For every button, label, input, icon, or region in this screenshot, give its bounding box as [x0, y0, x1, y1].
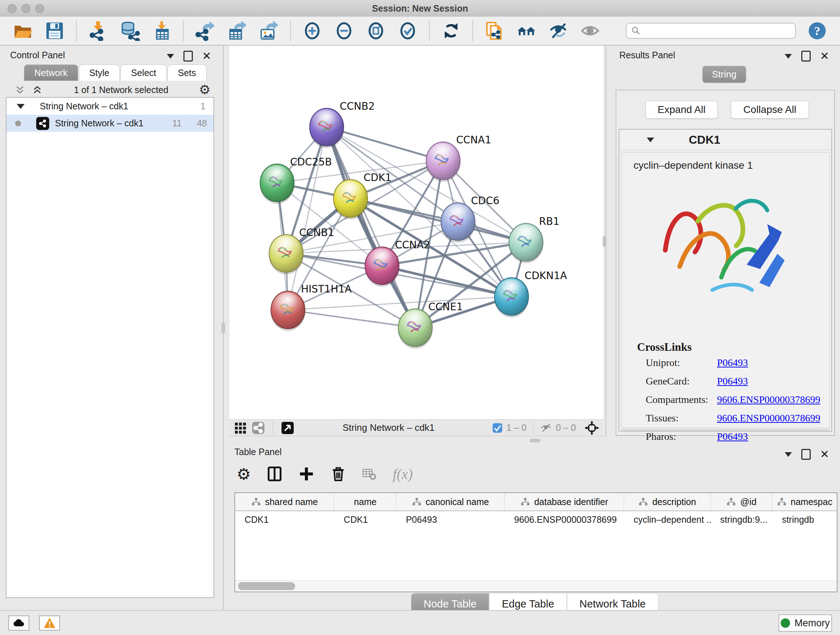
import-network-file-icon[interactable]	[88, 20, 109, 41]
network-collection-row[interactable]: String Network – cdk1 1	[6, 98, 213, 115]
column-header[interactable]: database identifier	[505, 493, 624, 510]
network-node-CCNA1[interactable]	[426, 142, 461, 182]
cell-name[interactable]: CDK1	[334, 511, 396, 528]
network-canvas[interactable]: CCNB2CCNA1CDC25BCDK1CDC6RB1CCNB1CCNA2CDK…	[229, 46, 603, 419]
crosslink-link[interactable]: 9606.ENSP00000378699	[717, 412, 820, 424]
collapse-all-icon[interactable]	[14, 84, 26, 96]
help-icon[interactable]: ?	[807, 20, 828, 41]
table-options-gear-icon[interactable]: ⚙	[237, 465, 251, 483]
tab-style[interactable]: Style	[79, 65, 120, 81]
cloud-icon	[12, 616, 25, 630]
table-horizontal-scrollbar[interactable]	[235, 580, 837, 592]
warnings-button[interactable]	[39, 616, 60, 631]
column-header[interactable]: description	[624, 493, 711, 510]
cdk1-card-body: cyclin–dependent kinase 1	[622, 152, 830, 428]
left-splitter-handle[interactable]	[221, 323, 225, 333]
bottom-splitter-handle[interactable]	[530, 439, 540, 442]
pan-crosshair-icon[interactable]	[584, 421, 599, 435]
function-builder-icon[interactable]: f(x)	[393, 466, 413, 483]
network-node-CDKN1A[interactable]	[494, 278, 529, 318]
network-node-CDC25B[interactable]	[260, 164, 294, 204]
cell-description[interactable]: cyclin–dependent ...	[624, 511, 711, 528]
cell-canonical-name[interactable]: P06493	[396, 511, 505, 528]
cell-database-identifier[interactable]: 9606.ENSP00000378699	[505, 511, 624, 528]
zoom-out-icon[interactable]	[333, 20, 355, 41]
collapse-entry-icon[interactable]	[647, 138, 654, 142]
collapse-all-button[interactable]: Collapse All	[731, 101, 809, 119]
add-column-icon[interactable]	[298, 466, 314, 482]
expand-all-button[interactable]: Expand All	[645, 101, 718, 119]
cloud-status-button[interactable]	[8, 616, 29, 631]
results-scrollbar[interactable]	[622, 429, 829, 431]
export-image-icon[interactable]	[258, 20, 279, 41]
network-node-CCNB2[interactable]	[309, 108, 344, 148]
network-node-RB1[interactable]	[508, 223, 543, 263]
crosslink-link[interactable]: P06493	[717, 375, 748, 386]
panel-menu-icon[interactable]	[167, 54, 174, 59]
cell-shared-name[interactable]: CDK1	[235, 511, 334, 528]
save-session-icon[interactable]	[44, 20, 65, 41]
table-row[interactable]: CDK1 CDK1 P06493 9606.ENSP00000378699 cy…	[235, 511, 837, 528]
delete-column-icon[interactable]	[330, 466, 346, 482]
tab-select[interactable]: Select	[120, 65, 166, 81]
cdk1-card-header[interactable]: CDK1	[619, 130, 831, 150]
network-node-CCNE1[interactable]	[398, 309, 433, 348]
network-node-CDK1[interactable]	[333, 180, 368, 219]
panel-menu-icon[interactable]	[785, 452, 792, 457]
node-label-CCNE1: CCNE1	[428, 301, 463, 313]
collection-expander-icon[interactable]	[17, 104, 25, 109]
network-node-HIST1H1A[interactable]	[271, 291, 305, 331]
column-header[interactable]: canonical name	[396, 493, 505, 510]
float-panel-icon[interactable]	[183, 51, 193, 62]
grid-view-icon[interactable]	[234, 421, 247, 434]
import-network-database-icon[interactable]	[119, 20, 141, 41]
zoom-selected-icon[interactable]	[397, 20, 418, 41]
tab-sets[interactable]: Sets	[167, 65, 207, 81]
float-panel-icon[interactable]	[801, 51, 811, 62]
scrollbar-thumb[interactable]	[238, 582, 295, 590]
memory-button[interactable]: Memory	[778, 614, 832, 632]
string-results-tab[interactable]: String	[703, 66, 746, 82]
network-node-CCNA2[interactable]	[365, 247, 399, 287]
network-options-gear-icon[interactable]: ⚙	[199, 82, 210, 97]
crosslink-link[interactable]: 9606.ENSP00000378699	[717, 394, 820, 405]
hidden-eye-icon[interactable]	[540, 422, 552, 434]
zoom-fit-icon[interactable]	[365, 20, 386, 41]
first-neighbors-icon[interactable]	[516, 20, 537, 41]
hide-selection-icon[interactable]	[548, 20, 569, 41]
panel-menu-icon[interactable]	[785, 54, 792, 59]
network-node-CCNB1[interactable]	[269, 234, 303, 274]
crosslink-link[interactable]: P06493	[717, 357, 748, 368]
network-row[interactable]: String Network – cdk1 11 48	[6, 115, 213, 132]
apply-layout-icon[interactable]	[441, 20, 462, 41]
network-badge-icon[interactable]	[252, 421, 265, 434]
close-panel-icon[interactable]: ✕	[820, 52, 829, 60]
search-input[interactable]	[644, 25, 795, 36]
show-all-icon[interactable]	[579, 20, 600, 41]
birds-eye-view-icon[interactable]	[281, 421, 294, 434]
expand-all-icon[interactable]	[31, 84, 43, 96]
float-panel-icon[interactable]	[801, 449, 811, 460]
column-header[interactable]: @id	[711, 493, 773, 510]
tab-network[interactable]: Network	[24, 65, 78, 81]
import-table-icon[interactable]	[151, 20, 172, 41]
network-node-CDC6[interactable]	[441, 203, 475, 242]
close-panel-icon[interactable]: ✕	[202, 52, 211, 60]
cell-namespace[interactable]: stringdb	[772, 511, 837, 528]
gene-symbol: CDK1	[689, 133, 720, 147]
network-list: String Network – cdk1 1 String Network –…	[6, 97, 214, 598]
export-network-icon[interactable]	[195, 20, 216, 41]
column-header[interactable]: namespac	[772, 493, 837, 510]
export-table-icon[interactable]	[226, 20, 248, 41]
close-panel-icon[interactable]: ✕	[820, 450, 829, 459]
column-header[interactable]: shared name	[235, 493, 334, 510]
selected-checkbox-icon[interactable]	[492, 423, 503, 433]
clone-network-icon[interactable]	[484, 20, 505, 41]
open-session-icon[interactable]	[12, 20, 33, 41]
show-columns-icon[interactable]	[267, 466, 283, 482]
zoom-in-icon[interactable]	[302, 20, 323, 41]
column-header[interactable]: name	[334, 493, 396, 510]
cell-id[interactable]: stringdb:9...	[711, 511, 773, 528]
crosslink-link[interactable]: P06493	[717, 431, 748, 442]
delete-table-icon[interactable]	[362, 467, 377, 481]
